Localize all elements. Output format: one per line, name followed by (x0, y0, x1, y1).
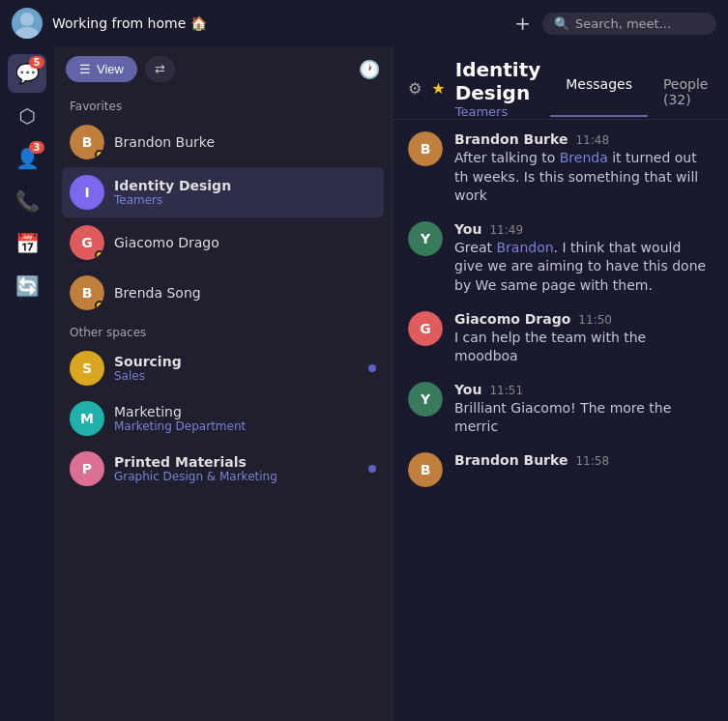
channel-title-block: Identity Design Teamers (455, 58, 541, 119)
message-text: Brilliant Giacomo! The more the merric (454, 399, 713, 437)
list-item[interactable]: B Brandon Burke (62, 117, 384, 167)
message-meta: Brandon Burke 11:58 (454, 452, 713, 468)
status-indicator (95, 150, 104, 159)
chat-name: Brandon Burke (114, 134, 376, 150)
history-button[interactable]: 🕐 (359, 59, 380, 79)
message-time: 11:48 (575, 133, 609, 147)
message-author: Brandon Burke (454, 452, 568, 468)
unread-indicator (368, 364, 376, 372)
avatar: I (70, 175, 104, 210)
chat-name: Marketing (114, 404, 376, 419)
settings-icon[interactable]: ⚙ (408, 79, 422, 98)
chat-info: Brandon Burke (114, 134, 376, 150)
nav-teams[interactable]: ⬡ (8, 97, 46, 135)
view-button[interactable]: ☰ View (66, 56, 137, 82)
message-content: Giacomo Drago 11:50 I can help the team … (454, 311, 713, 366)
avatar: M (70, 401, 104, 436)
nav-activity[interactable]: 🔄 (8, 267, 46, 305)
filter-button[interactable]: ⇄ (145, 56, 175, 82)
message-text: Great Brandon. I think that would give w… (454, 239, 713, 296)
mention: Brenda (560, 150, 608, 165)
nav-calendar[interactable]: 📅 (8, 224, 46, 263)
top-bar: Working from home 🏠 + 🔍 Search, meet... (0, 0, 728, 46)
svg-point-1 (15, 27, 39, 39)
teams-icon: ⬡ (18, 104, 35, 128)
status-indicator (95, 250, 104, 260)
list-item[interactable]: P Printed Materials Graphic Design & Mar… (62, 444, 384, 494)
avatar[interactable] (12, 8, 43, 39)
favorite-icon[interactable]: ★ (431, 79, 445, 98)
mention: Brandon (496, 240, 553, 255)
message-group: Y You 11:49 Great Brandon. I think that … (408, 221, 713, 296)
channel-subtitle: Teamers (455, 104, 541, 119)
sidebar-header: ☰ View ⇄ 🕐 (54, 46, 392, 92)
chat-info: Marketing Marketing Department (114, 404, 376, 433)
add-button[interactable]: + (514, 12, 531, 35)
status-indicator (95, 301, 104, 310)
search-bar[interactable]: 🔍 Search, meet... (542, 13, 716, 35)
avatar: B (70, 125, 104, 159)
avatar: S (70, 351, 104, 386)
avatar: Y (408, 382, 443, 417)
chat-info: Sourcing Sales (114, 354, 359, 383)
avatar: B (408, 131, 443, 166)
message-content: You 11:51 Brilliant Giacomo! The more th… (454, 382, 713, 437)
message-text: I can help the team with the moodboa (454, 329, 713, 366)
message-author: You (454, 221, 481, 237)
message-group: B Brandon Burke 11:48 After talking to B… (408, 131, 713, 206)
search-icon: 🔍 (554, 16, 569, 31)
message-meta: You 11:49 (454, 221, 713, 237)
message-time: 11:58 (575, 454, 609, 468)
message-group: G Giacomo Drago 11:50 I can help the tea… (408, 311, 713, 366)
nav-contacts[interactable]: 👤 3 (8, 139, 46, 178)
sidebar-list: Favorites B Brandon Burke I Identity Des… (54, 92, 392, 721)
list-item[interactable]: G Giacomo Drago (62, 217, 384, 268)
chat-badge: 5 (29, 56, 44, 69)
unread-indicator (368, 465, 376, 473)
message-content: Brandon Burke 11:58 (454, 452, 713, 470)
chat-name: Giacomo Drago (114, 235, 376, 250)
chat-name: Printed Materials (114, 454, 359, 470)
list-item[interactable]: B Brenda Song (62, 268, 384, 318)
list-item[interactable]: I Identity Design Teamers (62, 167, 384, 217)
history-icon: 🕐 (359, 59, 380, 79)
left-nav: 💬 5 ⬡ 👤 3 📞 📅 🔄 (0, 46, 54, 721)
chat-subtitle: Graphic Design & Marketing (114, 470, 359, 483)
view-label: View (97, 62, 124, 76)
chat-info: Giacomo Drago (114, 235, 376, 250)
tab-content[interactable]: Content (723, 69, 728, 117)
other-spaces-label: Other spaces (62, 318, 384, 343)
nav-calls[interactable]: 📞 (8, 182, 46, 220)
activity-icon: 🔄 (15, 274, 40, 298)
message-meta: You 11:51 (454, 382, 713, 397)
calendar-icon: 📅 (15, 232, 40, 255)
user-avatar-icon (12, 8, 43, 39)
contacts-badge: 3 (29, 141, 44, 154)
nav-chat[interactable]: 💬 5 (8, 54, 46, 93)
chat-name: Sourcing (114, 354, 359, 369)
tab-messages[interactable]: Messages (550, 69, 648, 117)
search-placeholder: Search, meet... (575, 16, 671, 31)
main-content: ⚙ ★ Identity Design Teamers Messages Peo… (393, 46, 728, 721)
message-group: B Brandon Burke 11:58 (408, 452, 713, 487)
message-group: Y You 11:51 Brilliant Giacomo! The more … (408, 382, 713, 437)
message-text: After talking to Brenda it turned out th… (454, 149, 713, 206)
avatar: P (70, 451, 104, 486)
chat-subtitle: Marketing Department (114, 419, 376, 433)
chat-info: Printed Materials Graphic Design & Marke… (114, 454, 359, 483)
avatar: B (408, 452, 443, 487)
message-time: 11:51 (489, 384, 523, 397)
list-item[interactable]: M Marketing Marketing Department (62, 393, 384, 444)
app-container: 💬 5 ⬡ 👤 3 📞 📅 🔄 ☰ View ⇄ 🕐 (0, 46, 728, 721)
sidebar: ☰ View ⇄ 🕐 Favorites B Brandon Burke (54, 46, 393, 721)
messages-area: B Brandon Burke 11:48 After talking to B… (393, 120, 728, 721)
chat-subtitle: Teamers (114, 193, 376, 207)
avatar: Y (408, 221, 443, 256)
list-item[interactable]: S Sourcing Sales (62, 343, 384, 393)
message-author: You (454, 382, 481, 397)
channel-tabs: Messages People (32) Content (550, 69, 728, 117)
message-author: Giacomo Drago (454, 311, 570, 327)
tab-people[interactable]: People (32) (648, 69, 724, 117)
chat-name: Brenda Song (114, 285, 376, 301)
channel-header: ⚙ ★ Identity Design Teamers Messages Peo… (393, 46, 728, 120)
